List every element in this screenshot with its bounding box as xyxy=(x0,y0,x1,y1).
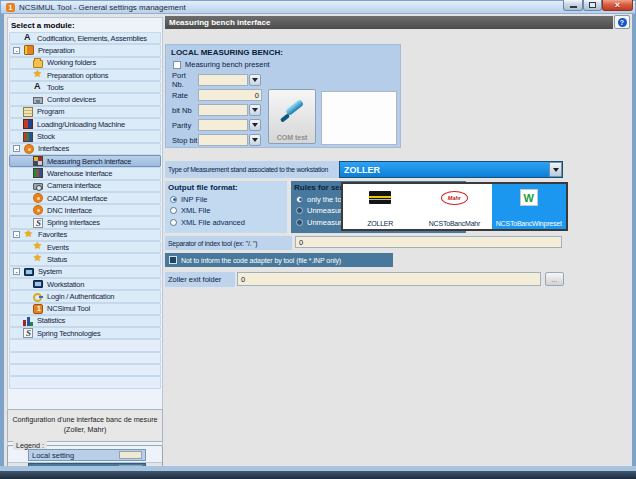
sidebar-item-label: Working folders xyxy=(47,58,96,67)
sidebar-item-workstation[interactable]: Workstation xyxy=(9,278,161,290)
dropdown-option-zoller[interactable]: ZOLLER xyxy=(343,184,417,229)
sidebar-item-preparation[interactable]: -Preparation xyxy=(9,44,161,56)
collapse-expander-icon[interactable]: - xyxy=(13,231,20,238)
sidebar-item-label: DNC Interface xyxy=(47,206,92,215)
zoller-exit-folder-label: Zoller exit folder xyxy=(165,272,235,287)
radio-xml-file[interactable] xyxy=(170,207,177,214)
local-bench-title: LOCAL MEASURING BENCH: xyxy=(171,48,283,57)
measuring-bench-present-checkbox[interactable] xyxy=(173,61,181,69)
sidebar-item-ncsimul-tool[interactable]: NCSimul Tool xyxy=(9,303,161,315)
sidebar-item-label: Statistics xyxy=(37,316,65,325)
adapter-code-row: Not to inform the code adapter by tool (… xyxy=(165,253,393,267)
sidebar-item-label: System xyxy=(38,267,62,276)
sidebar-item-label: Camera interface xyxy=(47,181,101,190)
camera-icon xyxy=(33,183,43,190)
sidebar-item-dnc-interface[interactable]: DNC Interface xyxy=(9,204,161,216)
rules-option-1-label: only the too xyxy=(307,195,346,204)
bit-nb-dropdown-button[interactable] xyxy=(249,104,261,116)
dropdown-option-mahr-label: NCSToBancMahr xyxy=(417,220,491,227)
stop-bit-combo[interactable] xyxy=(198,134,248,146)
sidebar-item-system[interactable]: -System xyxy=(9,266,161,278)
com-test-label: COM test xyxy=(269,134,315,141)
dropdown-option-mahr[interactable]: Mahr NCSToBancMahr xyxy=(417,184,491,229)
inp-file-label: INP File xyxy=(181,195,208,204)
adapter-code-label: Not to inform the code adapter by tool (… xyxy=(181,257,341,264)
sidebar-item-favorites[interactable]: -Favorites xyxy=(9,229,161,241)
sidebar-item-spring-interfaces[interactable]: Spring interfaces xyxy=(9,216,161,228)
maximize-button[interactable] xyxy=(583,0,602,11)
sidebar-item-interfaces[interactable]: -Interfaces xyxy=(9,143,161,155)
chevron-down-icon xyxy=(252,78,258,82)
dropdown-option-winpreset-label: NCSToBancWinpreset xyxy=(492,220,566,227)
star-icon xyxy=(33,242,43,252)
adapter-code-checkbox[interactable] xyxy=(169,256,177,264)
sidebar-item-status[interactable]: Status xyxy=(9,253,161,265)
minimize-icon xyxy=(570,6,577,8)
legend-local-swatch xyxy=(119,451,142,459)
sidebar-item-events[interactable]: Events xyxy=(9,241,161,253)
help-icon: ? xyxy=(618,18,627,27)
sidebar-item-login-authentication[interactable]: Login / Authentication xyxy=(9,290,161,302)
sidebar-item-warehouse-interface[interactable]: Warehouse interface xyxy=(9,167,161,179)
gear-icon xyxy=(33,193,43,203)
monitor-icon xyxy=(33,280,43,288)
help-button[interactable]: ? xyxy=(614,15,630,29)
sidebar-item-loading-unloading-machine[interactable]: Loading/Unloading Machine xyxy=(9,118,161,130)
measuring-bench-icon xyxy=(33,156,43,166)
ncsimul-icon xyxy=(33,304,43,314)
radio-rules-option-3[interactable] xyxy=(296,219,303,226)
radio-rules-option-1[interactable] xyxy=(296,196,303,203)
sidebar-item-codification-elements-assemblies[interactable]: Codification, Elements, Assemblies xyxy=(9,32,161,44)
mahr-logo-icon: Mahr xyxy=(441,191,468,205)
radio-xml-file-advanced[interactable] xyxy=(170,219,177,226)
sidebar-item-camera-interface[interactable]: Camera interface xyxy=(9,180,161,192)
output-file-format-group: Output file format: INP File XML File XM… xyxy=(165,181,287,233)
sidebar-item-label: Program xyxy=(37,107,64,116)
parity-dropdown-button[interactable] xyxy=(249,119,261,131)
sidebar-item-spring-technologies[interactable]: Spring Technologies xyxy=(9,327,161,339)
sidebar-item-control-devices[interactable]: Control devices xyxy=(9,93,161,105)
sidebar-item-working-folders[interactable]: Working folders xyxy=(9,57,161,69)
sidebar-item-statistics[interactable]: Statistics xyxy=(9,315,161,327)
browse-button[interactable]: ... xyxy=(545,272,564,286)
xml-file-advanced-label: XML File advanced xyxy=(181,218,245,227)
separator-field[interactable]: 0 xyxy=(295,236,562,248)
rules-option-3-label: Unmeasure xyxy=(307,218,346,227)
zoller-exit-folder-field[interactable]: 0 xyxy=(237,272,541,286)
com-test-button[interactable]: COM test xyxy=(268,89,316,144)
stand-type-combo[interactable]: ZOLLER xyxy=(339,161,563,178)
rate-field[interactable]: 0 xyxy=(198,89,262,101)
close-button[interactable]: × xyxy=(602,0,633,11)
collapse-expander-icon[interactable]: - xyxy=(13,47,20,54)
port-nb-combo[interactable] xyxy=(198,74,248,86)
stand-type-label: Type of Measurement stand associated to … xyxy=(165,161,339,178)
stop-bit-dropdown-button[interactable] xyxy=(249,134,261,146)
collapse-expander-icon[interactable]: - xyxy=(13,145,20,152)
radio-inp-file[interactable] xyxy=(170,196,177,203)
title-bar: 1 NCSIMUL Tool - General settings manage… xyxy=(1,1,635,14)
sidebar-item-measuring-bench-interface[interactable]: Measuring Bench interface xyxy=(9,155,161,167)
sidebar-item-program[interactable]: Program xyxy=(9,106,161,118)
sidebar-item-label: Workstation xyxy=(47,280,84,289)
parity-combo[interactable] xyxy=(198,119,248,131)
app-window: 1 NCSIMUL Tool - General settings manage… xyxy=(0,0,636,479)
sidebar-item-cadcam-interface[interactable]: CADCAM interface xyxy=(9,192,161,204)
collapse-expander-icon[interactable]: - xyxy=(13,268,20,275)
tools-icon xyxy=(33,82,43,92)
sidebar-item-preparation-options[interactable]: Preparation options xyxy=(9,69,161,81)
sidebar-item-stock[interactable]: Stock xyxy=(9,130,161,142)
sidebar-item-tools[interactable]: Tools xyxy=(9,81,161,93)
legend-local-label: Local setting xyxy=(32,451,74,460)
sidebar-empty-row xyxy=(9,352,161,364)
radio-rules-option-2[interactable] xyxy=(296,207,303,214)
preparation-icon xyxy=(24,45,34,55)
port-nb-dropdown-button[interactable] xyxy=(249,74,261,86)
bit-nb-combo[interactable] xyxy=(198,104,248,116)
dropdown-option-winpreset[interactable]: W NCSToBancWinpreset xyxy=(492,184,566,229)
spring-icon xyxy=(23,328,33,338)
window-content: Select a module: Codification, Elements,… xyxy=(4,14,632,466)
minimize-button[interactable] xyxy=(563,0,583,11)
stand-type-dropdown-button[interactable] xyxy=(549,162,562,177)
stock-icon xyxy=(23,132,33,142)
zoller-logo-icon xyxy=(369,191,391,204)
